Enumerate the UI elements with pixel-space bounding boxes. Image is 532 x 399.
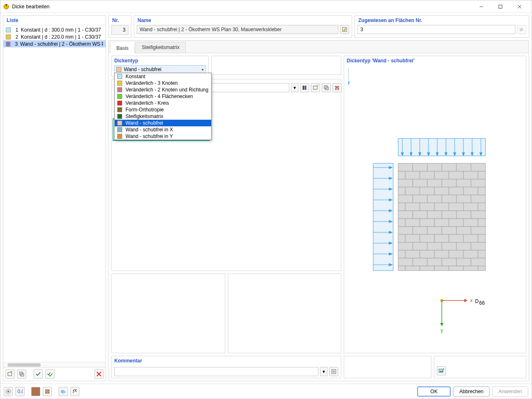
liste-toolbar: ✶ — [3, 367, 106, 381]
titlebar: Dicke bearbeiten — [0, 0, 532, 13]
dropdown-option[interactable]: Veränderlich - 4 Flächenecken — [115, 93, 211, 100]
material-new-button[interactable]: ✶ — [311, 83, 320, 92]
swatch-icon — [117, 74, 122, 79]
liste-item-selected[interactable]: 3 Wand - schubfrei | 2 - Ökotherm WS Pla — [3, 40, 106, 47]
preview-toolbar-pane — [434, 356, 527, 378]
kommentar-chev[interactable]: ▾ — [320, 367, 328, 376]
pick-surface-button[interactable] — [517, 25, 526, 34]
liste[interactable]: 1 Konstant | d : 300.0 mm | 1 - C30/37 2… — [3, 25, 106, 362]
empty-pane — [228, 273, 342, 353]
dropdown-option[interactable]: Wand - schubfrei in X — [115, 126, 211, 133]
dickentyp-dropdown[interactable]: KonstantVeränderlich - 3 KnotenVeränderl… — [114, 73, 212, 140]
cloud-button[interactable] — [59, 387, 68, 396]
nr-field: Nr. 3 — [108, 15, 131, 38]
tab-steifigkeitsmatrix[interactable]: Steifigkeitsmatrix — [135, 42, 186, 53]
name-input[interactable]: Wand - schubfrei | 2 - Ökotherm WS Plan … — [137, 25, 338, 34]
delete-button[interactable] — [94, 369, 103, 379]
kommentar-panel: Kommentar ▾ — [111, 356, 341, 378]
dickentyp-combo[interactable]: Wand - schubfrei ▾ — [114, 65, 206, 74]
liste-panel: Liste 1 Konstant | d : 300.0 mm | 1 - C3… — [3, 15, 106, 381]
swatch-icon — [117, 87, 122, 92]
svg-rect-1 — [6, 4, 7, 6]
dropdown-option[interactable]: Form-Orthotropie — [115, 106, 211, 113]
nr-value[interactable]: 3 — [111, 25, 128, 35]
svg-rect-165 — [305, 86, 306, 90]
swatch-icon — [117, 114, 122, 119]
svg-point-178 — [62, 390, 63, 392]
swatch-icon — [117, 107, 122, 112]
liste-title: Liste — [3, 16, 106, 25]
material-copy-button[interactable] — [322, 83, 331, 92]
color-options-button[interactable] — [43, 387, 52, 396]
precision-button[interactable]: 0,00 — [15, 387, 25, 396]
edit-name-button[interactable] — [340, 25, 349, 34]
assigned-field: Zugewiesen an Flächen Nr. 3 — [355, 15, 529, 38]
swatch-icon — [6, 42, 10, 47]
swatch-icon — [117, 94, 122, 99]
material-delete-button[interactable] — [332, 83, 342, 92]
svg-marker-152 — [464, 299, 468, 302]
swatch-icon — [6, 27, 11, 32]
app-icon — [3, 3, 10, 10]
function-button[interactable]: fx — [70, 387, 79, 396]
dropdown-option[interactable]: Veränderlich - 3 Knoten — [115, 80, 211, 86]
svg-text:66: 66 — [479, 300, 485, 306]
svg-rect-164 — [303, 86, 304, 90]
export-image-button[interactable] — [437, 366, 446, 375]
footer: 0,00 fx OK Abbrechen Anwenden — [0, 384, 532, 399]
swatch-icon — [117, 81, 122, 86]
close-button[interactable] — [510, 1, 529, 12]
svg-marker-157 — [440, 323, 443, 326]
maximize-button[interactable] — [491, 1, 510, 12]
material-library-button[interactable] — [300, 83, 309, 92]
liste-item[interactable]: 1 Konstant | d : 300.0 mm | 1 - C30/37 — [3, 26, 106, 33]
kommentar-pick-button[interactable] — [329, 367, 338, 376]
liste-item[interactable]: 2 Konstant | d : 220.0 mm | 1 - C30/37 — [3, 33, 106, 40]
svg-rect-14 — [332, 370, 335, 373]
svg-text:x: x — [74, 389, 77, 393]
spacer-panel — [211, 56, 341, 75]
kommentar-input[interactable] — [114, 367, 318, 376]
svg-text:y: y — [441, 328, 443, 333]
dropdown-option[interactable]: Steifigkeitsmatrix — [115, 113, 211, 120]
svg-text:✶: ✶ — [315, 85, 318, 88]
tab-basis[interactable]: Basis — [110, 42, 135, 53]
swatch-icon — [117, 134, 122, 139]
apply-button[interactable]: Anwenden — [492, 387, 528, 397]
swatch-icon — [116, 67, 121, 72]
svg-text:x: x — [470, 298, 473, 303]
check-button[interactable] — [34, 369, 43, 379]
dropdown-option[interactable]: Veränderlich - Kreis — [115, 100, 211, 106]
preview-panel: Dickentyp 'Wand - schubfrei' — [344, 56, 526, 353]
swatch-icon — [6, 34, 11, 39]
check-all-button[interactable] — [45, 369, 54, 379]
duplicate-button[interactable] — [17, 369, 26, 379]
swatch-icon — [117, 121, 122, 126]
material-chev[interactable]: ▾ — [291, 83, 298, 92]
ok-button[interactable]: OK — [417, 387, 451, 397]
dropdown-option[interactable]: Konstant — [115, 73, 211, 80]
svg-point-162 — [439, 370, 440, 371]
svg-text:D: D — [475, 298, 479, 304]
name-field: Name Wand - schubfrei | 2 - Ökotherm WS … — [134, 15, 352, 38]
svg-text:0,00: 0,00 — [17, 389, 23, 394]
cancel-button[interactable]: Abbrechen — [453, 387, 490, 397]
color-swatch-button[interactable] — [31, 387, 40, 396]
dropdown-option[interactable]: Wand - schubfrei in Y — [115, 133, 211, 140]
dropdown-option[interactable]: Veränderlich - 2 Knoten und Richtung — [115, 86, 211, 93]
svg-text:✶: ✶ — [9, 371, 13, 374]
chev-down-icon: ▾ — [202, 67, 204, 72]
new-item-button[interactable]: ✶ — [5, 369, 15, 379]
svg-marker-17 — [348, 82, 350, 85]
minimize-button[interactable] — [472, 1, 491, 12]
dropdown-option[interactable]: Wand - schubfrei — [115, 120, 211, 126]
svg-rect-3 — [499, 5, 502, 8]
swatch-icon — [117, 101, 122, 106]
swatch-icon — [117, 127, 122, 132]
assigned-input[interactable]: 3 — [357, 25, 515, 34]
empty-pane — [344, 356, 431, 378]
liste-hscroll[interactable] — [3, 362, 106, 367]
tabstrip: Basis Steifigkeitsmatrix — [109, 41, 529, 53]
empty-pane — [111, 273, 225, 353]
help-button[interactable] — [4, 387, 13, 396]
